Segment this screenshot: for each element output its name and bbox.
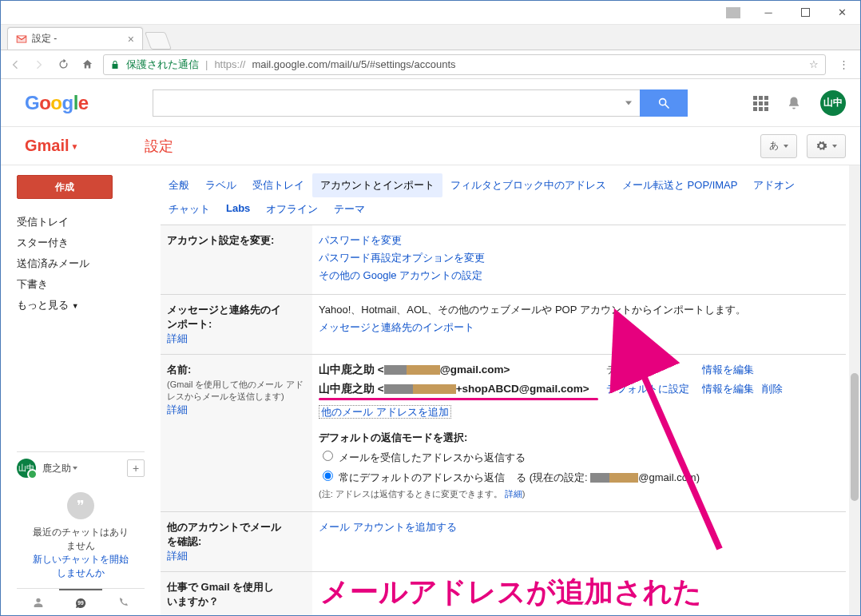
scrollbar-thumb[interactable] <box>851 373 859 501</box>
address-bar[interactable]: 保護された通信 | https://mail.google.com/mail/u… <box>103 54 826 75</box>
link-other-account-settings[interactable]: その他の Google アカウントの設定 <box>319 269 482 281</box>
tab-close-icon[interactable]: × <box>128 34 134 45</box>
sidebar-item-inbox[interactable]: 受信トレイ <box>17 212 145 232</box>
titlebar-accent <box>726 7 740 18</box>
browser-tabstrip: 設定 - × <box>1 25 860 50</box>
secure-label: 保護された通信 <box>126 58 199 72</box>
link-import-details[interactable]: 詳細 <box>167 332 188 344</box>
tab-labels[interactable]: ラベル <box>197 173 244 197</box>
tab-accounts[interactable]: アカウントとインポート <box>312 173 442 197</box>
nav-back-button[interactable] <box>7 57 23 73</box>
link-set-default[interactable]: デフォルトに設定 <box>606 383 689 395</box>
hangouts-new-button[interactable]: + <box>127 459 145 477</box>
hangouts-quote-icon: ❞ <box>67 492 94 519</box>
browser-tab-active[interactable]: 設定 - × <box>7 27 143 50</box>
hangouts-username[interactable]: 鹿之助 <box>42 462 121 475</box>
search-icon <box>657 97 670 109</box>
bookmark-star-icon[interactable]: ☆ <box>809 58 819 70</box>
new-tab-button[interactable] <box>145 32 172 50</box>
tab-chat[interactable]: チャット <box>161 197 218 221</box>
hangouts-panel: 山中 鹿之助 + ❞ 最近のチャットはありません 新しいチャットを開始しませんか… <box>17 451 145 615</box>
section-import-label: メッセージと連絡先のインポート: 詳細 <box>161 295 312 355</box>
nav-forward-button[interactable] <box>31 57 47 73</box>
svg-text:99: 99 <box>77 600 84 606</box>
gmail-logo[interactable]: Gmail▼ <box>25 137 145 155</box>
link-password-recovery[interactable]: パスワード再設定オプションを変更 <box>319 252 485 264</box>
search-input[interactable] <box>153 89 640 117</box>
sidebar-item-more[interactable]: もっと見る ▼ <box>17 295 145 316</box>
sidebar-item-drafts[interactable]: 下書き <box>17 274 145 295</box>
reply-opt-received[interactable]: メールを受信したアドレスから返信する <box>319 451 526 463</box>
gear-icon <box>815 140 827 152</box>
annotation-underline <box>319 398 598 400</box>
settings-content: 全般 ラベル 受信トレイ アカウントとインポート フィルタとブロック中のアドレス… <box>153 165 860 615</box>
link-add-mail-account[interactable]: メール アカウントを追加する <box>319 521 457 533</box>
window-maximize[interactable] <box>787 1 823 24</box>
gmail-bar: Gmail▼ 設定 あ <box>1 127 860 165</box>
link-edit-info-1[interactable]: 情報を編集 <box>702 364 754 376</box>
hangouts-avatar[interactable]: 山中 <box>17 459 36 478</box>
import-desc: Yahoo!、Hotmail、AOL、その他のウェブメールや POP アカウント… <box>319 303 839 317</box>
reply-mode-heading: デフォルトの返信モードを選択: <box>319 431 839 445</box>
link-add-address[interactable]: 他のメール アドレスを追加 <box>319 405 451 419</box>
hangouts-tab-calls[interactable] <box>102 589 145 615</box>
tab-themes[interactable]: テーマ <box>326 197 373 221</box>
window-minimize[interactable]: ─ <box>750 1 787 24</box>
link-sendas-details[interactable]: 詳細 <box>167 403 188 415</box>
browser-tab-title: 設定 - <box>32 32 123 46</box>
link-check-details[interactable]: 詳細 <box>167 550 188 562</box>
tab-offline[interactable]: オフライン <box>258 197 326 221</box>
tab-forwarding[interactable]: メール転送と POP/IMAP <box>614 173 745 197</box>
settings-tabs: 全般 ラベル 受信トレイ アカウントとインポート フィルタとブロック中のアドレス… <box>161 173 846 221</box>
hangouts-empty-text: 最近のチャットはありません <box>20 526 141 553</box>
tab-filters[interactable]: フィルタとブロック中のアドレス <box>442 173 614 197</box>
tab-general[interactable]: 全般 <box>161 173 197 197</box>
tab-inbox[interactable]: 受信トレイ <box>244 173 312 197</box>
tab-addons[interactable]: アドオン <box>745 173 803 197</box>
window-titlebar: ─ ✕ <box>1 1 860 25</box>
svg-line-2 <box>665 105 669 108</box>
account-avatar[interactable]: 山中 <box>820 90 846 116</box>
link-import-messages[interactable]: メッセージと連絡先のインポート <box>319 321 474 333</box>
lock-icon <box>110 60 120 70</box>
section-account-label: アカウント設定を変更: <box>161 225 312 295</box>
nav-reload-button[interactable] <box>55 57 71 73</box>
sidebar-item-starred[interactable]: スター付き <box>17 232 145 253</box>
apps-icon[interactable] <box>753 96 768 110</box>
reply-note: (注: アドレスは返信するときに変更できます。 詳細) <box>319 488 839 500</box>
hangouts-tab-contacts[interactable] <box>17 589 59 615</box>
link-delete[interactable]: 削除 <box>762 383 783 395</box>
notifications-icon[interactable] <box>785 94 803 112</box>
sendas-row-2: 山中鹿之助 <+shopABCD@gmail.com> <box>319 382 606 396</box>
link-reply-note-details[interactable]: 詳細 <box>505 489 522 499</box>
google-logo[interactable]: Google <box>25 92 89 114</box>
link-edit-info-2[interactable]: 情報を編集 <box>702 383 754 395</box>
hangouts-start-link[interactable]: 新しいチャットを開始しませんか <box>33 554 129 578</box>
sidebar-item-sent[interactable]: 送信済みメール <box>17 253 145 274</box>
input-method-button[interactable]: あ <box>760 134 797 158</box>
hangouts-tab-chats[interactable]: 99 <box>59 589 101 615</box>
sendas-row-1: 山中鹿之助 <@gmail.com> <box>319 363 606 377</box>
google-header: Google 山中 <box>1 79 860 127</box>
settings-gear-button[interactable] <box>807 134 846 158</box>
reply-opt-default[interactable]: 常にデフォルトのアドレスから返信 る (現在の設定: @gmail.com) <box>319 471 700 483</box>
section-work-label: 仕事で Gmail を使用しいますか？ <box>161 572 312 616</box>
section-check-label: 他のアカウントでメールを確認: 詳細 <box>161 512 312 572</box>
link-change-password[interactable]: パスワードを変更 <box>319 234 402 246</box>
browser-menu-icon[interactable]: ⋮ <box>834 58 854 70</box>
nav-home-button[interactable] <box>79 57 95 73</box>
sendas-default-label: デフォルト <box>606 363 702 377</box>
tab-labs[interactable]: Labs <box>218 197 258 221</box>
search-dropdown-icon[interactable] <box>625 101 632 105</box>
section-sendas-label: 名前: (Gmail を使用して他のメール アドレスからメールを送信します) 詳… <box>161 355 312 512</box>
search-button[interactable] <box>640 89 688 117</box>
page-title: 設定 <box>145 137 173 156</box>
compose-button[interactable]: 作成 <box>17 175 113 199</box>
gmail-icon <box>16 34 27 45</box>
browser-toolbar: 保護された通信 | https://mail.google.com/mail/u… <box>1 50 860 79</box>
sidebar: 作成 受信トレイ スター付き 送信済みメール 下書き もっと見る ▼ 山中 鹿之… <box>1 165 153 615</box>
window-close[interactable]: ✕ <box>823 1 860 24</box>
